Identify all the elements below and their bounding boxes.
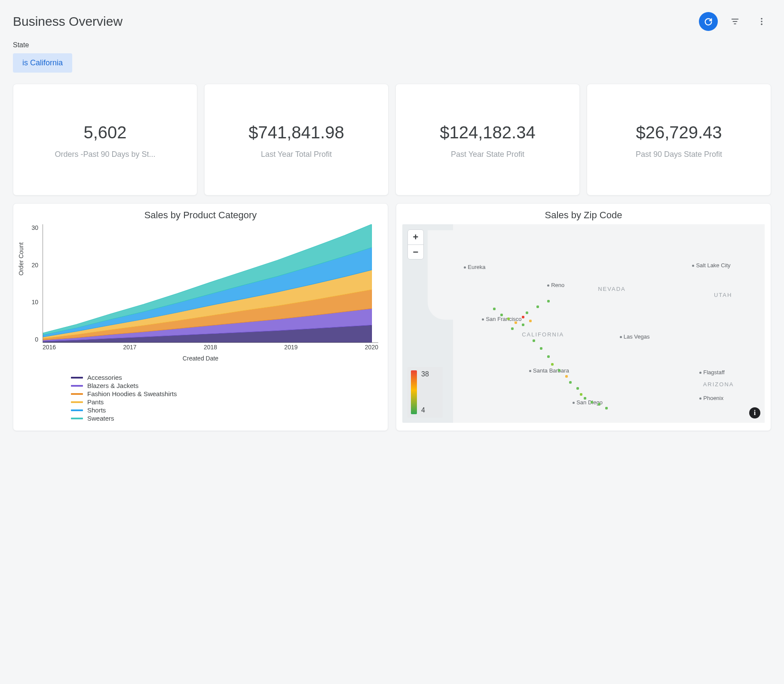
map-zip-dot xyxy=(565,375,568,378)
chart-x-axis-label: Created Date xyxy=(19,355,382,362)
refresh-icon xyxy=(704,17,713,26)
x-tick: 2019 xyxy=(284,344,297,353)
filter-chip-state[interactable]: is California xyxy=(13,53,72,73)
x-tick: 2020 xyxy=(365,344,378,353)
more-vertical-icon xyxy=(757,17,766,26)
kpi-label: Last Year Total Profit xyxy=(261,150,332,159)
map-panel: Sales by Zip Code + − 38 4 i Eureka Reno xyxy=(396,203,771,431)
x-tick: 2017 xyxy=(123,344,136,353)
filter-icon xyxy=(730,17,740,26)
chart-panel: Sales by Product Category Order Count 30… xyxy=(13,203,388,431)
legend-item[interactable]: Accessories xyxy=(71,374,382,381)
kpi-card-past-90-days-state-profit[interactable]: $26,729.43 Past 90 Days State Profit xyxy=(587,84,771,195)
legend-swatch xyxy=(71,377,83,379)
legend-label: Sweaters xyxy=(87,415,114,422)
legend-item[interactable]: Pants xyxy=(71,398,382,406)
kpi-value: 5,602 xyxy=(83,123,126,142)
legend-swatch xyxy=(71,393,83,395)
filter-block: State is California xyxy=(13,41,771,73)
legend-swatch xyxy=(71,418,83,419)
chart-plot-area[interactable]: Order Count 30 20 10 0 2016 2017 2018 20… xyxy=(19,224,382,353)
map-zip-dot xyxy=(591,401,593,403)
map-title: Sales by Zip Code xyxy=(402,210,765,221)
map-city-label: Las Vegas xyxy=(620,333,650,340)
legend-item[interactable]: Shorts xyxy=(71,406,382,414)
kpi-label: Orders -Past 90 Days by St... xyxy=(55,150,155,159)
map-zip-dot xyxy=(576,387,579,390)
chart-y-axis: 30 20 10 0 xyxy=(19,224,41,343)
legend-label: Fashion Hoodies & Sweatshirts xyxy=(87,390,177,397)
map-zip-dot xyxy=(605,407,608,409)
svg-point-5 xyxy=(761,24,763,25)
y-tick: 30 xyxy=(31,224,38,231)
x-tick: 2018 xyxy=(204,344,217,353)
kpi-label: Past Year State Profit xyxy=(451,150,524,159)
map-zip-dot xyxy=(584,397,586,400)
map-city-label: Reno xyxy=(547,282,564,288)
kpi-value: $741,841.98 xyxy=(248,123,344,142)
chart-title: Sales by Product Category xyxy=(19,210,382,221)
map-zip-dot xyxy=(598,403,600,406)
header: Business Overview xyxy=(13,12,771,31)
panels-row: Sales by Product Category Order Count 30… xyxy=(13,203,771,431)
kpi-label: Past 90 Days State Profit xyxy=(636,150,722,159)
map-zip-dot xyxy=(526,311,528,314)
kpi-value: $124,182.34 xyxy=(440,123,535,142)
more-menu-button[interactable] xyxy=(752,12,771,31)
svg-point-3 xyxy=(761,18,763,20)
kpi-card-orders[interactable]: 5,602 Orders -Past 90 Days by St... xyxy=(13,84,197,195)
legend-label: Pants xyxy=(87,398,104,406)
legend-item[interactable]: Fashion Hoodies & Sweatshirts xyxy=(71,390,382,397)
refresh-button[interactable] xyxy=(699,12,718,31)
map-city-label: Santa Barbara xyxy=(529,367,569,374)
map-state-label: UTAH xyxy=(714,292,732,298)
map-zip-dot xyxy=(522,324,524,326)
map-zip-dot xyxy=(536,305,539,308)
map-zoom-controls: + − xyxy=(407,229,424,260)
map-info-button[interactable]: i xyxy=(749,407,760,418)
map-legend-high: 38 xyxy=(421,370,429,378)
map-zip-dot xyxy=(547,300,550,302)
x-tick: 2016 xyxy=(43,344,56,353)
map-city-label: Salt Lake City xyxy=(692,262,730,269)
legend-label: Blazers & Jackets xyxy=(87,382,138,389)
kpi-value: $26,729.43 xyxy=(636,123,722,142)
chart-canvas xyxy=(43,224,378,343)
legend-label: Accessories xyxy=(87,374,122,381)
map-zip-dot xyxy=(507,318,510,320)
map-legend-low: 4 xyxy=(421,406,429,414)
map-zip-dot xyxy=(522,316,524,318)
map-city-label: Eureka xyxy=(464,264,485,270)
map-zoom-in-button[interactable]: + xyxy=(408,230,423,244)
map-legend-gradient xyxy=(411,370,417,414)
y-tick: 10 xyxy=(31,299,38,305)
chart-legend: AccessoriesBlazers & JacketsFashion Hood… xyxy=(19,374,382,422)
page-title: Business Overview xyxy=(13,14,122,29)
map-state-label: ARIZONA xyxy=(703,381,734,388)
map-city-label: San Francisco xyxy=(482,316,521,322)
map-zip-dot xyxy=(533,339,535,342)
header-actions xyxy=(699,12,771,31)
legend-swatch xyxy=(71,385,83,387)
legend-item[interactable]: Blazers & Jackets xyxy=(71,382,382,389)
legend-item[interactable]: Sweaters xyxy=(71,415,382,422)
map-zip-dot xyxy=(547,355,550,358)
kpi-card-last-year-profit[interactable]: $741,841.98 Last Year Total Profit xyxy=(204,84,389,195)
map-zip-dot xyxy=(493,308,496,310)
chart-x-axis: 2016 2017 2018 2019 2020 xyxy=(43,344,378,353)
map-city-label: Flagstaff xyxy=(699,369,725,376)
map-zip-dot xyxy=(569,381,572,384)
map-zoom-out-button[interactable]: − xyxy=(408,244,423,259)
map-zip-dot xyxy=(511,327,514,330)
map-zip-dot xyxy=(500,314,503,316)
map-canvas[interactable]: + − 38 4 i Eureka Reno San Francisco San… xyxy=(402,224,765,423)
legend-label: Shorts xyxy=(87,406,106,414)
map-color-legend: 38 4 xyxy=(407,367,443,418)
filter-button[interactable] xyxy=(726,12,744,31)
kpi-row: 5,602 Orders -Past 90 Days by St... $741… xyxy=(13,84,771,195)
map-zip-dot xyxy=(529,320,532,322)
map-zip-dot xyxy=(580,393,582,396)
legend-swatch xyxy=(71,401,83,403)
kpi-card-past-year-state-profit[interactable]: $124,182.34 Past Year State Profit xyxy=(395,84,580,195)
legend-swatch xyxy=(71,409,83,411)
